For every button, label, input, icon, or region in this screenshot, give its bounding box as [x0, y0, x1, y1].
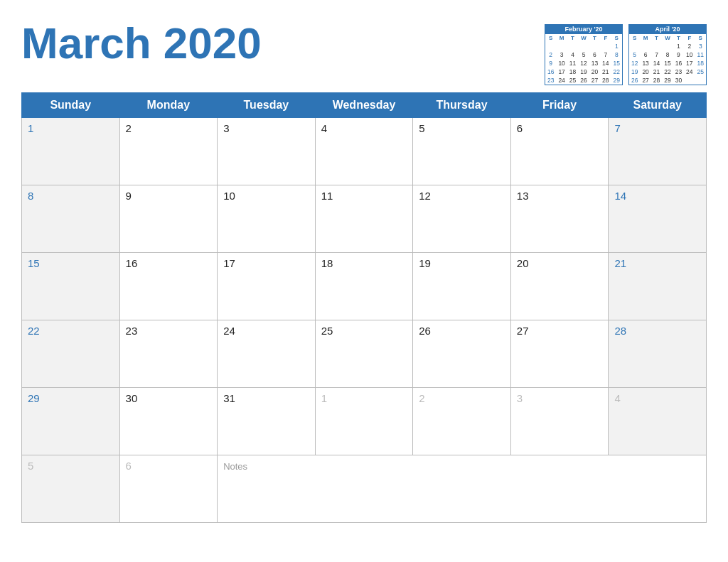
page-header: March 2020 February '20SMTWTFS1234567891… [21, 21, 707, 85]
calendar-day: 13 [510, 185, 609, 253]
header-wednesday: Wednesday [315, 93, 413, 118]
calendar-day: 21 [609, 253, 707, 320]
calendar-day: 2 [413, 388, 511, 455]
calendar-day: 24 [218, 320, 316, 388]
header-friday: Friday [510, 93, 609, 118]
calendar-day: 9 [119, 185, 218, 253]
calendar-day: 26 [413, 320, 511, 388]
calendar-body: 1234567891011121314151617181920212223242… [22, 118, 707, 523]
calendar-day: 25 [315, 320, 413, 388]
calendar-day: 28 [609, 320, 707, 388]
calendar-week-3: 15161718192021 [22, 253, 707, 320]
calendar-day: 15 [22, 253, 120, 320]
calendar-day: 18 [315, 253, 413, 320]
calendar-day: 5 [413, 118, 511, 185]
calendar-day: 4 [609, 388, 707, 455]
header-sunday: Sunday [22, 93, 120, 118]
calendar-day: 12 [413, 185, 511, 253]
main-calendar: SundayMondayTuesdayWednesdayThursdayFrid… [21, 92, 707, 523]
calendar-week-1: 1234567 [22, 118, 707, 185]
calendar-day: 11 [315, 185, 413, 253]
calendar-day: 16 [119, 253, 218, 320]
calendar-day: 27 [510, 320, 609, 388]
mini-calendars: February '20SMTWTFS123456789101112131415… [545, 24, 707, 85]
calendar-day: 20 [510, 253, 609, 320]
calendar-week-5: 2930311234 [22, 388, 707, 455]
calendar-day: 4 [315, 118, 413, 185]
calendar-day: 22 [22, 320, 120, 388]
mini-calendar-2: April '20SMTWTFS123567891011121314151617… [628, 24, 707, 85]
mini-calendar-1: February '20SMTWTFS123456789101112131415… [545, 24, 623, 85]
calendar-day: 31 [218, 388, 316, 455]
header-monday: Monday [119, 93, 218, 118]
calendar-last-row: 56Notes [22, 455, 707, 523]
notes-cell: Notes [218, 455, 707, 523]
calendar-day: 3 [218, 118, 316, 185]
calendar-header-row: SundayMondayTuesdayWednesdayThursdayFrid… [22, 93, 707, 118]
calendar-day: 17 [218, 253, 316, 320]
calendar-day: 30 [119, 388, 218, 455]
calendar-day: 14 [609, 185, 707, 253]
calendar-day: 6 [119, 455, 218, 523]
calendar-day: 10 [218, 185, 316, 253]
calendar-day: 1 [315, 388, 413, 455]
calendar-week-4: 22232425262728 [22, 320, 707, 388]
calendar-day: 2 [119, 118, 218, 185]
calendar-day: 5 [22, 455, 120, 523]
header-thursday: Thursday [413, 93, 511, 118]
calendar-day: 7 [609, 118, 707, 185]
calendar-day: 19 [413, 253, 511, 320]
calendar-day: 1 [22, 118, 120, 185]
calendar-week-2: 891011121314 [22, 185, 707, 253]
calendar-day: 3 [510, 388, 609, 455]
calendar-day: 8 [22, 185, 120, 253]
page-title: March 2020 [21, 21, 262, 65]
calendar-day: 29 [22, 388, 120, 455]
header-saturday: Saturday [609, 93, 707, 118]
calendar-day: 6 [510, 118, 609, 185]
calendar-day: 23 [119, 320, 218, 388]
header-tuesday: Tuesday [218, 93, 316, 118]
